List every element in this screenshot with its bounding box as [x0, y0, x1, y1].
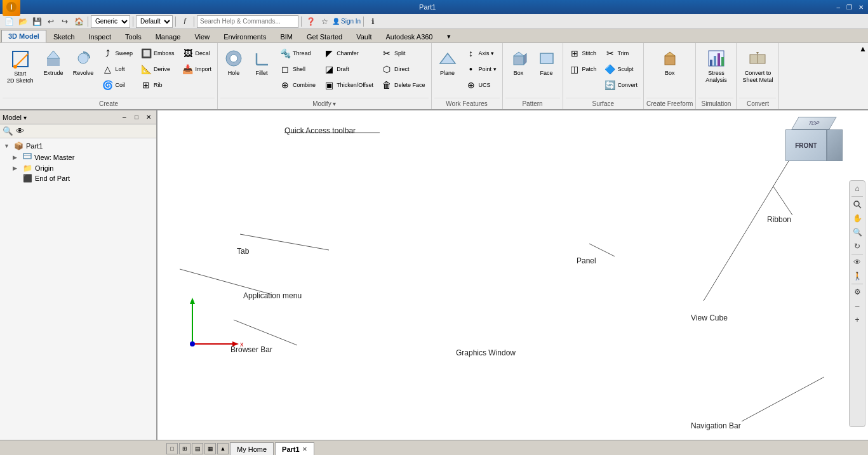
start-2d-sketch-button[interactable]: Start2D Sketch	[3, 46, 38, 88]
convert-sheet-metal-button[interactable]: Convert toSheet Metal	[739, 46, 776, 86]
restore-button[interactable]: ❐	[845, 3, 854, 11]
thicken-button[interactable]: ▣ Thicken/Offset	[320, 77, 377, 93]
loft-button[interactable]: △ Loft	[99, 62, 128, 77]
home-button[interactable]: 🏠	[72, 15, 85, 28]
minimize-button[interactable]: –	[834, 3, 842, 11]
home-tab[interactable]: My Home	[230, 442, 274, 455]
import-button[interactable]: 📥 Import	[179, 62, 215, 77]
nav-minus-button[interactable]: –	[851, 300, 864, 312]
revolve-button[interactable]: Revolve	[69, 46, 98, 79]
redo-button[interactable]: ↪	[58, 15, 71, 28]
nav-home-button[interactable]: ⌂	[851, 182, 864, 195]
tab-more[interactable]: ▾	[440, 30, 458, 43]
nav-settings-button[interactable]: ⚙	[851, 286, 864, 298]
draft-button[interactable]: ◪ Draft	[320, 62, 352, 77]
info-button[interactable]: ℹ	[366, 15, 379, 28]
hole-button[interactable]: Hole	[220, 46, 247, 79]
combine-button[interactable]: ⊕ Combine	[276, 77, 319, 93]
axis-button[interactable]: ↕ Axis ▾	[462, 46, 498, 61]
view-cube[interactable]: TOP FRONT	[785, 117, 843, 174]
tree-item-origin[interactable]: ▶ 📁 Origin	[3, 163, 154, 173]
part1-tab-close[interactable]: ✕	[302, 446, 307, 452]
browser-close-button[interactable]: ✕	[144, 112, 154, 122]
patch-button[interactable]: ◫ Patch	[566, 62, 600, 77]
direct-button[interactable]: ⬡ Direct	[378, 62, 413, 77]
nav-plus-button[interactable]: +	[851, 313, 864, 326]
tab-environments[interactable]: Environments	[217, 30, 273, 43]
application-menu-button[interactable]: I	[3, 0, 20, 16]
nav-zoom-all-button[interactable]	[851, 198, 864, 211]
cube-right-face[interactable]	[827, 129, 843, 161]
view-icon-up[interactable]: ▲	[217, 443, 229, 454]
cube-front-face[interactable]: FRONT	[785, 129, 827, 161]
tab-bim[interactable]: BIM	[273, 30, 300, 43]
stitch-button[interactable]: ⊞ Stitch	[566, 46, 600, 61]
point-button[interactable]: • Point ▾	[462, 62, 500, 77]
sweep-button[interactable]: ⤴ Sweep	[99, 46, 137, 61]
sculpt-button[interactable]: 🔷 Sculpt	[601, 62, 637, 77]
browser-view-button[interactable]: 👁	[16, 126, 24, 136]
thread-button[interactable]: 🔩 Thread	[276, 46, 314, 61]
fillet-button[interactable]: Fillet	[248, 46, 275, 79]
origin-expander[interactable]: ▶	[13, 165, 20, 171]
view-expander[interactable]: ▶	[13, 154, 20, 161]
nav-walk-button[interactable]: 🚶	[851, 270, 864, 282]
shell-button[interactable]: ◻ Shell	[276, 62, 309, 77]
stress-analysis-button[interactable]: StressAnalysis	[698, 46, 733, 86]
emboss-button[interactable]: 🔲 Emboss	[137, 46, 178, 61]
extrude-button[interactable]: Extrude	[39, 46, 68, 79]
box-freeform-button[interactable]: Box	[657, 46, 683, 79]
part1-expander[interactable]: ▼	[4, 143, 11, 149]
undo-button[interactable]: ↩	[44, 15, 57, 28]
graphics-window[interactable]: x Quick Access toolbar Ribbon Tab Panel …	[157, 110, 868, 440]
view-icon-4[interactable]: ▦	[204, 443, 216, 454]
convert-button[interactable]: 🔄 Convert	[601, 77, 641, 93]
delete-face-button[interactable]: 🗑 Delete Face	[378, 77, 429, 93]
ribbon-collapse-button[interactable]: ▲	[859, 44, 867, 53]
browser-dropdown-button[interactable]: ▾	[23, 114, 27, 121]
face-button[interactable]: Face	[533, 46, 560, 79]
decal-button[interactable]: 🖼 Decal	[179, 46, 213, 61]
nav-zoom-button[interactable]: 🔍	[851, 226, 864, 239]
ucs-button[interactable]: ⊕ UCS	[462, 77, 494, 93]
nav-look-at-button[interactable]: 👁	[851, 256, 864, 268]
split-button[interactable]: ✂ Split	[378, 46, 409, 61]
tree-item-end-of-part[interactable]: ⬛ End of Part	[3, 173, 154, 183]
plane-button[interactable]: Plane	[434, 46, 461, 79]
tab-inspect[interactable]: Inspect	[82, 30, 118, 43]
tree-item-view-master[interactable]: ▶ View: Master	[3, 151, 154, 163]
trim-button[interactable]: ✂ Trim	[601, 46, 632, 61]
tab-3d-model[interactable]: 3D Model	[1, 30, 46, 43]
tab-autodesk-a360[interactable]: Autodesk A360	[378, 30, 439, 43]
tab-sketch[interactable]: Sketch	[46, 30, 82, 43]
coil-button[interactable]: 🌀 Coil	[99, 77, 129, 93]
box-button[interactable]: Box	[505, 46, 532, 79]
chamfer-button[interactable]: ◤ Chamfer	[320, 46, 362, 61]
generic-select[interactable]: Generic	[91, 15, 130, 28]
view-icon-3[interactable]: ▤	[192, 443, 203, 454]
new-button[interactable]: 📄	[3, 15, 15, 28]
part1-tab[interactable]: Part1 ✕	[275, 442, 314, 455]
tab-manage[interactable]: Manage	[149, 30, 188, 43]
nav-pan-button[interactable]: ✋	[851, 212, 864, 225]
browser-filter-button[interactable]: 🔍	[3, 126, 13, 136]
close-button[interactable]: ✕	[857, 3, 865, 11]
view-icon-2[interactable]: ⊞	[179, 443, 190, 454]
tab-view[interactable]: View	[187, 30, 217, 43]
tab-get-started[interactable]: Get Started	[300, 30, 349, 43]
browser-float-button[interactable]: □	[131, 112, 142, 122]
view-icon-1[interactable]: □	[166, 443, 178, 454]
help-btn[interactable]: ❓	[304, 15, 317, 28]
tab-vault[interactable]: Vault	[349, 30, 378, 43]
star-btn[interactable]: ☆	[318, 15, 331, 28]
nav-orbit-button[interactable]: ↻	[851, 240, 864, 253]
browser-minimize-button[interactable]: –	[119, 112, 130, 122]
search-input[interactable]	[197, 15, 298, 28]
tab-tools[interactable]: Tools	[118, 30, 149, 43]
open-button[interactable]: 📂	[17, 15, 29, 28]
default-select[interactable]: Default	[136, 15, 173, 28]
save-button[interactable]: 💾	[30, 15, 43, 28]
tree-item-part1[interactable]: ▼ 📦 Part1	[3, 141, 154, 151]
function-btn[interactable]: f	[178, 15, 191, 28]
rib-button[interactable]: ⊞ Rib	[137, 77, 166, 93]
